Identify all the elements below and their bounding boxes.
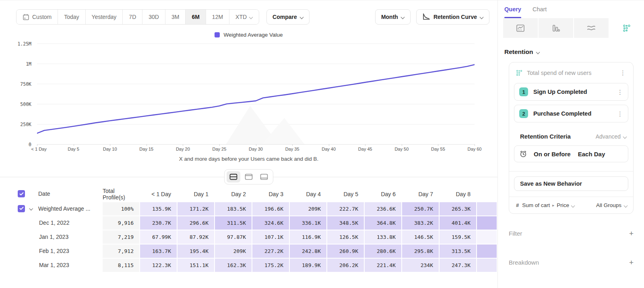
range-button-3m[interactable]: 3M	[165, 10, 186, 24]
layout-split-view-button[interactable]	[227, 171, 240, 182]
retention-value-cell: 336.1K	[290, 215, 327, 230]
row-label-cell: Mar 1, 2023	[0, 258, 103, 272]
app-root: CustomTodayYesterday7D30D3M6M12MXTD Comp…	[0, 0, 644, 288]
range-button-custom[interactable]: Custom	[17, 10, 58, 24]
total-profiles-cell: 8,115	[103, 258, 140, 272]
expand-caret-icon[interactable]	[30, 207, 33, 210]
range-button-today[interactable]: Today	[58, 10, 85, 24]
column-header[interactable]: Day 4	[290, 186, 327, 201]
x-axis-tick-label: Day 10	[103, 147, 117, 151]
retention-value-cell: 175.2K	[252, 258, 290, 272]
step-number-badge: 2	[519, 109, 528, 118]
save-as-new-behavior-button[interactable]: Save as New Behavior	[514, 176, 628, 191]
date-header-cell: Date	[0, 186, 103, 201]
add-filter-button[interactable]: +	[629, 230, 634, 237]
step-event-label: Sign Up Completed	[533, 89, 610, 95]
retention-value-cell: 383.2K	[402, 215, 440, 230]
behavior-step-1[interactable]: 1Sign Up Completed⋮	[514, 83, 628, 101]
step-kebab-menu[interactable]: ⋮	[615, 110, 625, 118]
behavior-card-header: Total spend of new users ⋮	[509, 62, 633, 79]
tab-chart[interactable]: Chart	[533, 6, 547, 18]
step-kebab-menu[interactable]: ⋮	[615, 88, 625, 96]
table-row[interactable]: Dec 1, 20229,916230.7K296.6K311.5K324.6K…	[0, 215, 497, 230]
retention-value-cell-clipped	[477, 215, 497, 230]
retention-value-cell: 151.1K	[178, 258, 215, 272]
funnels-icon[interactable]	[539, 18, 574, 38]
range-button-yesterday[interactable]: Yesterday	[86, 10, 123, 24]
chart-x-axis: < 1 DayDay 5Day 10Day 15Day 20Day 25Day …	[37, 147, 475, 153]
insights-icon[interactable]	[503, 18, 539, 38]
row-label-cell: Feb 1, 2023	[0, 244, 103, 258]
granularity-dropdown[interactable]: Month	[375, 9, 411, 25]
retention-value-cell: 242.8K	[290, 244, 327, 258]
column-header[interactable]: Day 8	[440, 186, 477, 201]
compare-button[interactable]: Compare	[266, 9, 310, 25]
retention-section-label: Retention	[504, 48, 533, 56]
on-or-before-label: On or Before	[534, 151, 571, 157]
column-header[interactable]: Total Profile(s)	[103, 186, 140, 201]
x-axis-tick-label: Day 50	[394, 147, 409, 151]
behavior-kebab-menu[interactable]: ⋮	[618, 69, 627, 77]
range-button-6m[interactable]: 6M	[186, 10, 206, 24]
axis-tick	[329, 144, 329, 146]
range-button-xtd[interactable]: XTD	[229, 10, 259, 24]
table-row[interactable]: Weighted Average ...100%135.9K171.2K183.…	[0, 201, 497, 215]
column-header[interactable]: Day 2	[215, 186, 252, 201]
retention-value-cell: 265.3K	[440, 201, 477, 215]
behavior-card: Total spend of new users ⋮ 1Sign Up Comp…	[509, 62, 634, 214]
column-header[interactable]: Day 3	[252, 186, 290, 201]
behavior-step-2[interactable]: 2Purchase Completed⋮	[514, 105, 628, 122]
retention-value-cell: 280.6K	[365, 244, 402, 258]
chevron-down-icon	[300, 15, 303, 19]
number-property-icon: #	[516, 202, 519, 208]
retention-value-cell: 163.7K	[140, 244, 178, 258]
retention-section-heading[interactable]: Retention	[504, 48, 644, 56]
chart-style-dropdown[interactable]: Retention Curve	[416, 9, 489, 25]
column-header[interactable]: < 1 Day	[140, 186, 178, 201]
y-axis-tick-label: 1M	[26, 61, 31, 67]
tab-query[interactable]: Query	[504, 6, 521, 18]
retention-value-cell: 116.9K	[290, 230, 327, 244]
retention-value-cell: 227.2K	[252, 244, 290, 258]
retention-value-cell: 236.6K	[365, 201, 402, 215]
total-profiles-cell: 7,219	[103, 230, 140, 244]
layout-table-view-button[interactable]	[257, 171, 271, 182]
range-button-30d[interactable]: 30D	[142, 10, 165, 24]
table-row[interactable]: Jan 1, 20237,21967.99K87.92K97.87K107.1K…	[0, 230, 497, 244]
measurement-row: # Sum of cart ▸ Price All Groups	[509, 197, 633, 213]
retention-value-cell: 230.7K	[140, 215, 178, 230]
column-header[interactable]: Day 5	[327, 186, 365, 201]
view-toggle-row	[0, 169, 497, 184]
retention-icon[interactable]	[609, 18, 644, 38]
column-header[interactable]: Day 1	[178, 186, 215, 201]
report-main: CustomTodayYesterday7D30D3M6M12MXTD Comp…	[0, 0, 498, 288]
retention-value-cell: 221.4K	[365, 258, 402, 272]
y-axis-tick-label: 500K	[20, 102, 31, 107]
criteria-timing-control[interactable]: On or Before Each Day	[514, 145, 628, 162]
column-header[interactable]: Day 6	[365, 186, 402, 201]
add-breakdown-button[interactable]: +	[629, 259, 634, 266]
retention-value-cell: 183.5K	[215, 201, 252, 215]
layout-chart-view-button[interactable]	[242, 171, 256, 182]
flows-icon[interactable]	[574, 18, 609, 38]
retention-value-cell: 146.5K	[402, 230, 440, 244]
groups-dropdown[interactable]: All Groups	[596, 202, 627, 208]
retention-value-cell: 348.5K	[327, 215, 365, 230]
chevron-down-icon	[401, 15, 405, 19]
axis-tick	[74, 144, 74, 146]
column-header[interactable]: Day 7	[402, 186, 440, 201]
row-label-cell: Dec 1, 2022	[0, 215, 103, 230]
retention-value-cell: 159.5K	[440, 230, 477, 244]
retention-value-cell: 234K	[402, 258, 440, 272]
measure-dropdown[interactable]: Sum of cart ▸ Price	[522, 202, 575, 208]
advanced-dropdown[interactable]: Advanced	[596, 133, 627, 140]
table-row[interactable]: Mar 1, 20238,115122.3K151.1K162.3K175.2K…	[0, 258, 497, 272]
range-button-12m[interactable]: 12M	[206, 10, 229, 24]
row-checkbox[interactable]	[18, 205, 25, 212]
range-button-7d[interactable]: 7D	[123, 10, 142, 24]
each-day-label: Each Day	[578, 151, 605, 157]
retention-value-cell: 133.8K	[365, 230, 402, 244]
axis-tick	[292, 144, 293, 146]
table-row[interactable]: Feb 1, 20237,912163.7K195.4K209K227.2K24…	[0, 244, 497, 258]
row-checkbox[interactable]	[18, 190, 25, 197]
